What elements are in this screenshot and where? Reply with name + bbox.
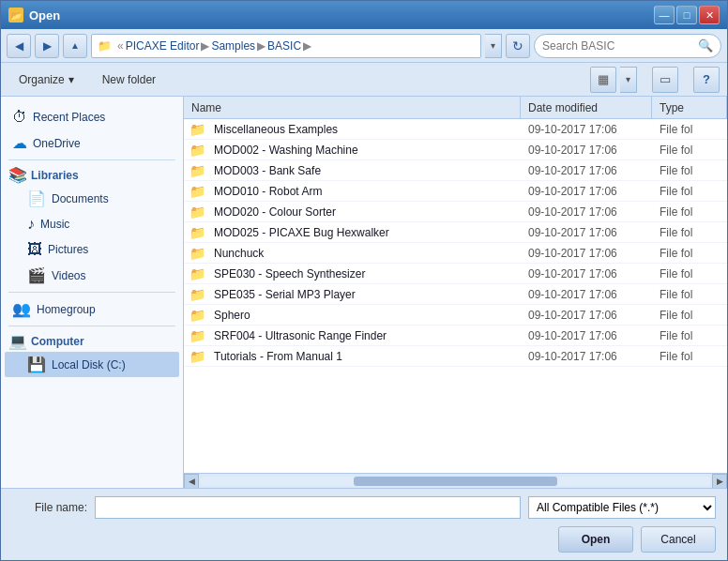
file-type: File fol [652,267,727,280]
sidebar-item-local-disk[interactable]: 💾 Local Disk (C:) [5,352,179,377]
sidebar: ⏱ Recent Places ☁ OneDrive 📚 Libraries 📄… [1,97,184,488]
up-button[interactable]: ▲ [63,34,87,58]
file-date: 09-10-2017 17:06 [521,123,652,136]
table-row[interactable]: 📁 Nunchuck 09-10-2017 17:06 File fol [184,243,727,264]
forward-button[interactable]: ▶ [35,34,59,58]
table-row[interactable]: 📁 SRF004 - Ultrasonic Range Finder 09-10… [184,326,727,346]
open-button[interactable]: Open [558,526,633,553]
table-row[interactable]: 📁 Miscellaneous Examples 09-10-2017 17:0… [184,119,727,140]
sidebar-item-homegroup[interactable]: 👥 Homegroup [5,296,179,322]
folder-icon: 📁 [184,143,210,158]
videos-label: Videos [52,269,85,282]
file-name: SPE035 - Serial MP3 Player [210,288,521,301]
folder-icon: 📁 [184,122,210,137]
table-row[interactable]: 📁 MOD002 - Washing Machine 09-10-2017 17… [184,140,727,160]
filename-label: File name: [12,501,87,514]
file-type: File fol [652,144,727,157]
sidebar-item-recent-places[interactable]: ⏱ Recent Places [5,105,179,129]
back-button[interactable]: ◀ [7,34,31,58]
h-scroll-thumb [354,477,557,486]
refresh-button[interactable]: ↻ [506,34,530,58]
table-row[interactable]: 📁 MOD010 - Robot Arm 09-10-2017 17:06 Fi… [184,181,727,202]
organize-button[interactable]: Organize ▾ [8,67,84,93]
folder-icon-path: 📁 [98,39,112,53]
bottom-area: File name: All Compatible Files (*.*)BAS… [1,488,727,560]
main-area: ⏱ Recent Places ☁ OneDrive 📚 Libraries 📄… [1,97,727,488]
file-date: 09-10-2017 17:06 [521,164,652,177]
view-button[interactable]: ▦ [590,67,616,93]
computer-icon: 💻 [8,332,27,350]
view-dropdown[interactable]: ▾ [620,67,637,93]
maximize-button[interactable]: □ [676,6,697,24]
h-scroll-left[interactable]: ◀ [184,474,199,489]
sidebar-divider-1 [8,159,175,160]
local-disk-icon: 💾 [27,356,46,373]
h-scroll-track[interactable] [201,477,710,486]
music-label: Music [40,218,69,231]
file-date: 09-10-2017 17:06 [521,205,652,219]
address-path[interactable]: 📁 « PICAXE Editor ▶ Samples ▶ BASIC ▶ [91,34,481,58]
minimize-button[interactable]: — [654,6,675,24]
organize-dropdown-icon: ▾ [68,73,74,86]
col-header-name[interactable]: Name [184,97,521,118]
table-row[interactable]: 📁 SPE030 - Speech Synthesizer 09-10-2017… [184,264,727,284]
table-row[interactable]: 📁 Sphero 09-10-2017 17:06 File fol [184,305,727,326]
help-button[interactable]: ? [693,67,720,93]
toolbar-right: ▦ ▾ ▭ ? [590,67,720,93]
file-name: SPE030 - Speech Synthesizer [210,267,521,280]
filetype-select[interactable]: All Compatible Files (*.*)BASIC Files (*… [528,496,716,519]
file-name: Tutorials - From Manual 1 [210,350,521,363]
file-name: Sphero [210,309,521,322]
close-button[interactable]: ✕ [699,6,720,24]
path-part-3: BASIC [267,39,301,53]
homegroup-label: Homegroup [37,303,96,316]
file-type: File fol [652,123,727,136]
sidebar-item-onedrive[interactable]: ☁ OneDrive [5,130,179,156]
file-type: File fol [652,350,727,363]
table-row[interactable]: 📁 Tutorials - From Manual 1 09-10-2017 1… [184,346,727,367]
file-list-container: Name Date modified Type 📁 Miscellaneous … [184,97,727,488]
file-type: File fol [652,247,727,260]
h-scroll-right[interactable]: ▶ [712,474,727,489]
videos-icon: 🎬 [27,266,46,284]
new-folder-button[interactable]: New folder [92,67,166,93]
address-bar: ◀ ▶ ▲ 📁 « PICAXE Editor ▶ Samples ▶ BASI… [1,29,727,63]
file-date: 09-10-2017 17:06 [521,226,652,239]
filename-input[interactable] [95,496,521,519]
h-scrollbar[interactable]: ◀ ▶ [184,473,727,488]
sidebar-item-videos[interactable]: 🎬 Videos [5,263,179,288]
col-header-date[interactable]: Date modified [521,97,652,118]
file-date: 09-10-2017 17:06 [521,267,652,280]
col-header-type[interactable]: Type [652,97,727,118]
file-date: 09-10-2017 17:06 [521,247,652,260]
path-part-2: Samples [211,39,255,53]
open-dialog: 📂 Open — □ ✕ ◀ ▶ ▲ 📁 « PICAXE Editor ▶ S… [0,0,728,561]
table-row[interactable]: 📁 MOD020 - Colour Sorter 09-10-2017 17:0… [184,202,727,222]
search-input[interactable] [542,39,694,53]
file-date: 09-10-2017 17:06 [521,144,652,157]
sidebar-item-music[interactable]: ♪ Music [5,212,179,236]
file-name: Nunchuck [210,247,521,260]
filename-row: File name: All Compatible Files (*.*)BAS… [12,496,716,519]
sidebar-divider-3 [8,326,175,326]
button-row: Open Cancel [12,526,716,553]
search-box: 🔍 [534,34,721,58]
preview-button[interactable]: ▭ [652,67,678,93]
sidebar-item-pictures[interactable]: 🖼 Pictures [5,237,179,262]
file-date: 09-10-2017 17:06 [521,329,652,342]
cancel-button[interactable]: Cancel [641,526,716,553]
local-disk-label: Local Disk (C:) [52,358,126,371]
file-type: File fol [652,205,727,219]
path-dropdown[interactable]: ▾ [485,34,502,58]
documents-icon: 📄 [27,190,46,207]
table-row[interactable]: 📁 SPE035 - Serial MP3 Player 09-10-2017 … [184,284,727,305]
table-row[interactable]: 📁 MOD003 - Bank Safe 09-10-2017 17:06 Fi… [184,160,727,181]
file-type: File fol [652,288,727,301]
sidebar-item-documents[interactable]: 📄 Documents [5,186,179,211]
title-bar: 📂 Open — □ ✕ [1,1,727,29]
file-name: Miscellaneous Examples [210,123,521,136]
folder-icon: 📁 [184,184,210,199]
table-row[interactable]: 📁 MOD025 - PICAXE Bug Hexwalker 09-10-20… [184,222,727,243]
folder-icon: 📁 [184,266,210,281]
search-icon: 🔍 [698,38,713,53]
